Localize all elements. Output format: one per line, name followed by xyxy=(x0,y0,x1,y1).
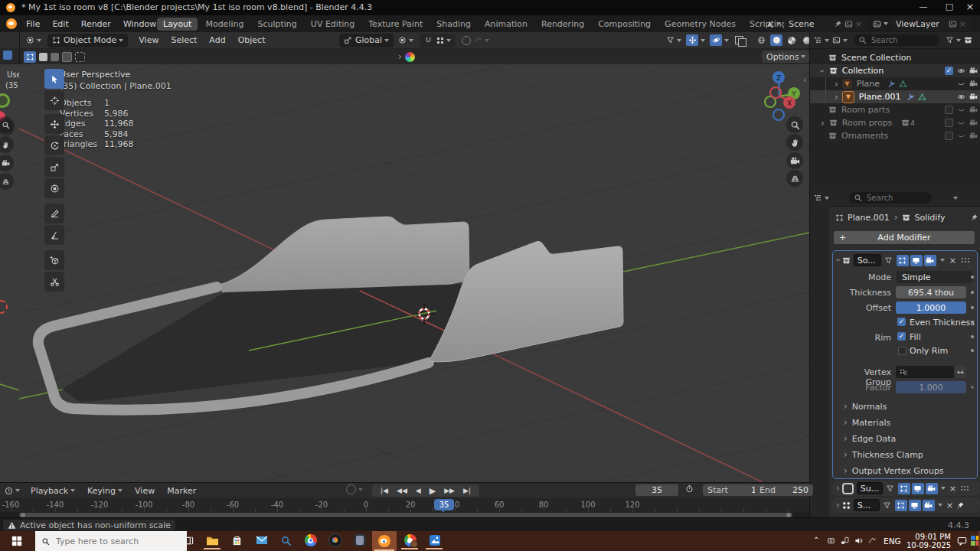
mode-dropdown[interactable]: Simple xyxy=(896,271,972,283)
scale-tool[interactable] xyxy=(44,157,64,177)
realtime-toggle[interactable] xyxy=(912,483,924,494)
render-camera-icon[interactable] xyxy=(969,93,978,101)
edit-mode-toggle[interactable] xyxy=(898,483,910,494)
collection-checkbox[interactable] xyxy=(945,106,953,114)
last-operation-collapsed[interactable]: › xyxy=(398,51,415,63)
measure-tool[interactable] xyxy=(44,225,64,245)
tray-network-icon[interactable] xyxy=(841,536,849,545)
duplicate-tool[interactable] xyxy=(44,272,64,292)
tray-window-icon[interactable] xyxy=(827,536,835,545)
blender-logo-icon[interactable] xyxy=(6,18,17,29)
sidebar-toggle-arrow[interactable]: ‹ xyxy=(803,75,806,85)
section-thickness-clamp[interactable]: ›Thickness Clamp xyxy=(844,449,923,460)
delete-modifier-button[interactable]: × xyxy=(949,484,956,494)
hidden-eye-icon[interactable] xyxy=(957,132,965,140)
hidden-eye-icon[interactable] xyxy=(957,119,965,127)
delete-modifier-button[interactable]: × xyxy=(949,256,956,266)
current-frame-field[interactable]: 35 xyxy=(635,484,678,496)
offset-field[interactable]: 1.0000 xyxy=(896,302,966,314)
copy-scene-icon[interactable] xyxy=(844,20,853,28)
tab-animation[interactable]: Animation xyxy=(479,19,534,29)
render-camera-icon[interactable] xyxy=(969,67,978,75)
proportional-editing-icon[interactable] xyxy=(462,36,471,45)
camera-view-button[interactable] xyxy=(786,152,803,169)
tab-geometry-nodes[interactable]: Geometry Nodes xyxy=(658,19,742,29)
taskbar-search[interactable] xyxy=(35,531,187,551)
timeline-editor-type-button[interactable] xyxy=(5,487,20,495)
frame-start-field[interactable]: Start 1 xyxy=(703,484,761,496)
expand-chevron[interactable]: › xyxy=(836,500,840,510)
vertex-group-filter-toggle[interactable] xyxy=(881,500,893,511)
pin-id-icon[interactable] xyxy=(970,214,978,222)
play-button[interactable]: ▶ xyxy=(426,486,439,496)
outliner-display-mode-button[interactable] xyxy=(832,36,848,44)
tab-texture-paint[interactable]: Texture Paint xyxy=(362,19,429,29)
move-tool[interactable] xyxy=(44,114,64,134)
menu-add[interactable]: Add xyxy=(203,35,231,45)
playhead[interactable]: 35 xyxy=(434,499,454,510)
render-camera-icon[interactable] xyxy=(969,106,978,114)
unlink-scene-icon[interactable]: × xyxy=(855,19,862,29)
add-cube-tool[interactable] xyxy=(44,250,64,270)
transform-orientation-dropdown[interactable]: Global xyxy=(339,34,394,47)
menu-marker[interactable]: Marker xyxy=(161,486,202,496)
rotate-tool[interactable] xyxy=(44,135,64,155)
outliner-row-plane[interactable]: › ▼ Plane xyxy=(810,77,980,90)
realtime-toggle[interactable] xyxy=(910,255,923,266)
outliner-editor-type-button[interactable] xyxy=(814,36,829,44)
even-thickness-checkbox[interactable]: ✓ xyxy=(897,318,906,326)
outliner-filter-button[interactable] xyxy=(946,36,961,44)
auto-key-caret[interactable] xyxy=(358,488,363,491)
properties-search[interactable] xyxy=(849,192,932,204)
mail-button[interactable] xyxy=(250,531,273,549)
tray-clock[interactable]: 09:01 PM 10-09-2025 xyxy=(903,533,951,549)
section-output-vertex-groups[interactable]: ›Output Vertex Groups xyxy=(844,465,944,476)
store-button[interactable] xyxy=(225,531,249,549)
realtime-toggle[interactable] xyxy=(909,500,921,511)
collection-checkbox[interactable] xyxy=(945,132,953,140)
blender-taskbar-button[interactable] xyxy=(372,531,397,551)
menu-playback[interactable]: Playback xyxy=(24,486,81,496)
start-button[interactable] xyxy=(0,531,34,551)
frame-end-field[interactable]: End 250 xyxy=(755,484,813,496)
menu-edit[interactable]: Edit xyxy=(46,19,74,29)
play-reverse-button[interactable]: ◀ xyxy=(412,487,425,494)
hidden-eye-icon[interactable] xyxy=(957,80,965,88)
collapse-chevron[interactable]: › xyxy=(833,259,844,262)
tab-layout[interactable]: Layout xyxy=(157,18,198,31)
render-toggle[interactable] xyxy=(924,255,936,266)
render-toggle[interactable] xyxy=(926,483,938,494)
remove-viewlayer-icon[interactable]: × xyxy=(959,19,966,29)
tray-volume-icon[interactable] xyxy=(854,536,863,545)
menu-view[interactable]: View xyxy=(132,35,165,45)
vertex-group-filter-toggle[interactable] xyxy=(883,255,895,266)
minimize-button[interactable]: — xyxy=(913,2,934,11)
snap-target-icon[interactable] xyxy=(436,37,444,44)
section-normals[interactable]: ›Normals xyxy=(844,401,887,412)
tray-pen-icon[interactable] xyxy=(868,536,877,545)
options-dropdown[interactable]: Options xyxy=(762,51,810,63)
modifier-name-field[interactable]: S... xyxy=(854,499,880,511)
viewlayer-browse-caret[interactable] xyxy=(884,22,888,25)
jump-to-start-button[interactable]: |◀ xyxy=(377,487,392,494)
rim-fill-checkbox[interactable]: ✓ xyxy=(897,332,906,341)
outliner-search[interactable] xyxy=(854,34,939,46)
tab-sculpting[interactable]: Sculpting xyxy=(251,19,302,29)
hide-eye-icon[interactable] xyxy=(957,67,965,75)
hide-eye-icon[interactable] xyxy=(957,93,965,101)
menu-select[interactable]: Select xyxy=(165,35,203,45)
show-gizmo-dropdown[interactable] xyxy=(686,34,705,46)
menu-keying[interactable]: Keying xyxy=(81,486,129,496)
tab-compositing[interactable]: Compositing xyxy=(592,19,657,29)
use-preview-range-button[interactable] xyxy=(685,484,694,493)
sliver-gizmo-y[interactable] xyxy=(0,93,10,108)
sliver-pan-button[interactable] xyxy=(0,136,14,153)
photos-button[interactable] xyxy=(423,531,446,549)
render-toggle[interactable] xyxy=(923,500,935,511)
visibility-filter-dropdown[interactable] xyxy=(666,36,681,44)
expand-chevron[interactable]: › xyxy=(817,69,828,73)
drag-handle[interactable] xyxy=(961,257,970,263)
outliner-row-collection[interactable]: › Collection ✓ xyxy=(810,64,980,77)
viewlayer-selector[interactable]: ViewLayer × xyxy=(891,17,971,31)
add-modifier-button[interactable]: + Add Modifier xyxy=(834,231,975,244)
